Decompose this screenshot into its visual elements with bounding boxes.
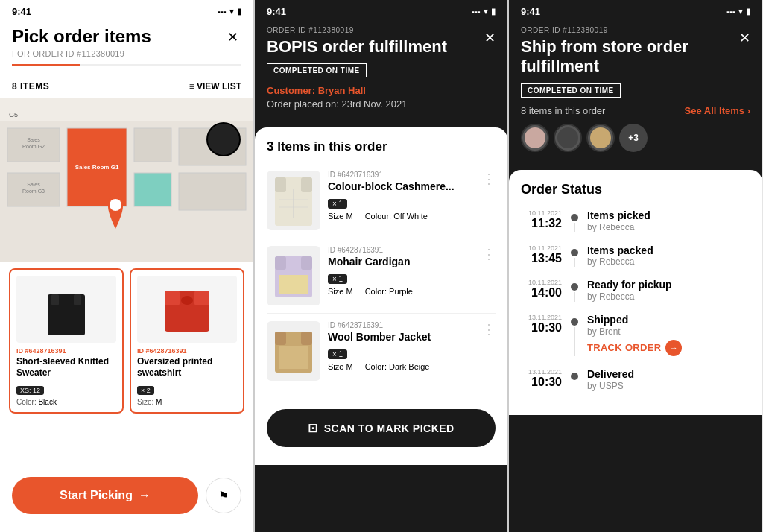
timeline-dot-col-5 [569, 368, 580, 391]
close-button-3[interactable]: ✕ [739, 30, 750, 46]
timeline-dot-2 [571, 249, 578, 256]
svg-rect-13 [179, 173, 246, 210]
close-button-2[interactable]: ✕ [484, 30, 496, 46]
svg-point-16 [110, 199, 121, 211]
start-picking-button[interactable]: Start Picking → [12, 477, 198, 514]
scan-button[interactable]: ⊡ SCAN TO MARK PICKED [267, 409, 496, 447]
timeline-dot-5 [571, 373, 578, 380]
item-attrs-1: Size M Colour: Off White [328, 212, 496, 221]
map-svg: Sales Room G2 Sales Room G3 Sales Room G… [0, 98, 253, 262]
item-info-2: ID #6428716391 Mohair Cardigan × 1 Size … [328, 246, 496, 305]
customer-label: Customer: Bryan Hall [267, 85, 496, 96]
svg-point-15 [207, 123, 240, 156]
track-order-button[interactable]: TRACK ORDER → [587, 340, 682, 356]
timeline-item-4: 13.11.2021 10:30 Shipped by Brent TRACK … [521, 314, 750, 356]
product-name-2: Oversized printed sweatshirt [137, 356, 237, 379]
see-all-items[interactable]: See All Items › [685, 105, 750, 116]
svg-rect-26 [301, 177, 312, 192]
svg-text:Sales: Sales [27, 182, 40, 187]
bopis-title: BOPIS order fulfillment [267, 37, 496, 57]
item-name-3: Wool Bomber Jacket [328, 331, 496, 343]
flag-button[interactable]: ⚑ [206, 478, 241, 513]
status-icons-3: ▪▪▪ ▾ ▮ [726, 7, 750, 16]
progress-fill [12, 64, 80, 66]
screen2-footer: ⊡ SCAN TO MARK PICKED [255, 400, 507, 465]
svg-point-38 [525, 127, 545, 148]
screen-ship-from-store: 9:41 ▪▪▪ ▾ ▮ ORDER ID #112380019 Ship fr… [508, 0, 762, 532]
item-info-1: ID #6428716391 Colour-block Cashmere... … [328, 171, 496, 230]
order-status-title: Order Status [521, 182, 750, 197]
item-image-3 [267, 321, 320, 381]
item-qty-2: × 1 [328, 274, 347, 284]
completed-badge-3: COMPLETED ON TIME [521, 83, 621, 98]
svg-rect-21 [165, 291, 180, 305]
timeline-content-4: Shipped by Brent TRACK ORDER → [587, 314, 750, 356]
status-bar-2: 9:41 ▪▪▪ ▾ ▮ [255, 0, 507, 20]
order-subtitle: FOR ORDER ID #112380019 [12, 49, 151, 58]
svg-rect-31 [275, 256, 286, 270]
timeline-dot-1 [571, 214, 578, 221]
timeline-dot-col-1 [569, 209, 580, 232]
battery-icon-2: ▮ [491, 7, 496, 16]
status-bar-1: 9:41 ▪▪▪ ▾ ▮ [0, 0, 253, 20]
item-more-button-3[interactable]: ⋮ [482, 321, 496, 338]
svg-rect-19 [74, 294, 81, 305]
store-map: Sales Room G2 Sales Room G3 Sales Room G… [0, 98, 253, 262]
order-date: Order placed on: 23rd Nov. 2021 [267, 98, 496, 110]
item-attrs-3: Size M Color: Dark Beige [328, 362, 496, 371]
screen1-footer: Start Picking → ⚑ [0, 468, 253, 532]
timeline-content-2: Items packed by Rebecca [587, 244, 750, 267]
status-icons-1: ▪▪▪ ▾ ▮ [218, 7, 241, 16]
svg-rect-10 [134, 128, 171, 162]
timeline-item-1: 10.11.2021 11:32 Items picked by Rebecca [521, 209, 750, 232]
timeline-time-5: 13.11.2021 10:30 [521, 368, 562, 391]
item-image-1 [267, 171, 320, 230]
items-section-title: 3 Items in this order [267, 139, 496, 154]
thumb-more: +3 [619, 124, 648, 152]
item-name-1: Colour-block Cashmere... [328, 180, 496, 193]
svg-rect-33 [279, 275, 308, 294]
order-id-2: ORDER ID #112380019 [267, 26, 496, 34]
product-card-1[interactable]: ID #6428716391 Short-sleeved Knitted Swe… [9, 268, 124, 414]
product-tag-2: × 2 [137, 386, 154, 395]
item-info-3: ID #6428716391 Wool Bomber Jacket × 1 Si… [328, 321, 496, 381]
battery-icon-3: ▮ [746, 7, 750, 16]
view-list-button[interactable]: ≡ VIEW LIST [189, 81, 241, 92]
signal-icon: ▪▪▪ [218, 7, 227, 16]
timeline-dot-4 [571, 318, 578, 326]
status-time-2: 9:41 [267, 6, 286, 17]
item-more-button-1[interactable]: ⋮ [482, 171, 496, 187]
svg-point-40 [590, 127, 611, 148]
customer-name: Bryan Hall [318, 85, 366, 96]
product-name-1: Short-sleeved Knitted Sweater [16, 356, 116, 379]
svg-rect-37 [279, 346, 308, 369]
ship-from-store-header: ORDER ID #112380019 Ship from store orde… [509, 20, 762, 170]
items-info: 8 items in this order See All Items › [521, 105, 750, 116]
thumb-2 [554, 124, 582, 152]
svg-point-23 [181, 296, 193, 305]
thumb-1 [521, 124, 549, 152]
timeline-item-5: 13.11.2021 10:30 Delivered by USPS [521, 368, 750, 391]
timeline-item-3: 10.11.2021 14:00 Ready for pickup by Reb… [521, 279, 750, 302]
svg-rect-25 [275, 177, 286, 192]
timeline-content-5: Delivered by USPS [587, 368, 750, 391]
status-time-3: 9:41 [521, 6, 540, 17]
timeline-content-1: Items picked by Rebecca [587, 209, 750, 232]
items-in-order: 8 items in this order [521, 105, 605, 116]
order-item-1: ID #6428716391 Colour-block Cashmere... … [267, 163, 496, 238]
flag-icon: ⚑ [218, 489, 229, 503]
timeline-dot-col-3 [569, 279, 580, 302]
item-qty-3: × 1 [328, 349, 347, 359]
timeline-item-2: 10.11.2021 13:45 Items packed by Rebecca [521, 244, 750, 267]
timeline-time-1: 10.11.2021 11:32 [521, 209, 562, 232]
close-button[interactable]: ✕ [224, 26, 241, 48]
timeline-line-1 [574, 223, 575, 232]
product-meta-1: Color: Black [16, 398, 116, 406]
timeline: 10.11.2021 11:32 Items picked by Rebecca [521, 209, 750, 391]
product-card-2[interactable]: ID #6428716391 Oversized printed sweatsh… [130, 268, 244, 414]
item-more-button-2[interactable]: ⋮ [482, 246, 496, 262]
wifi-icon-3: ▾ [738, 7, 743, 16]
wifi-icon-2: ▾ [484, 7, 488, 16]
wifi-icon: ▾ [229, 7, 234, 16]
timeline-time-4: 13.11.2021 10:30 [521, 314, 562, 356]
